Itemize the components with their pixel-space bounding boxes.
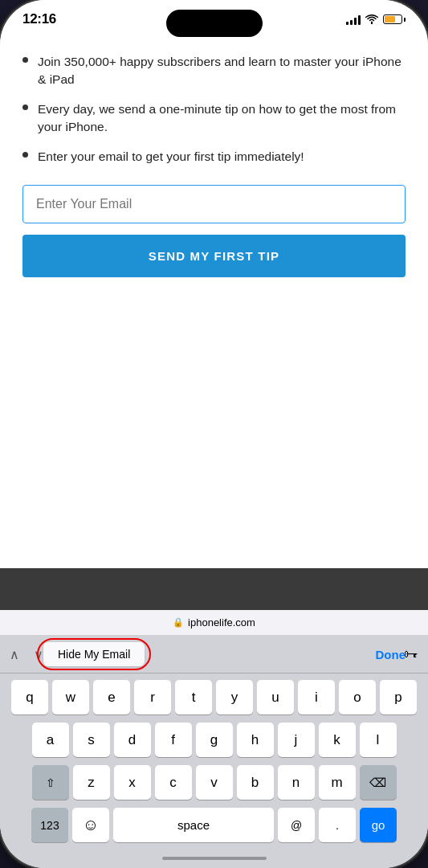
suggestion-bar: ∧ ∨ Hide My Email 🗝 Done	[0, 636, 428, 674]
home-indicator	[162, 857, 267, 860]
go-key[interactable]: go	[360, 808, 397, 842]
key-g[interactable]: g	[196, 723, 233, 757]
key-d[interactable]: d	[114, 723, 151, 757]
bullet-dot-1	[22, 57, 28, 63]
bullet-list: Join 350,000+ happy subscribers and lear…	[22, 53, 406, 166]
signal-bars-icon	[346, 14, 361, 25]
keyboard-row-4: 123 ☺ space @ . go	[3, 808, 425, 842]
key-n[interactable]: n	[278, 765, 315, 800]
bullet-item-1: Join 350,000+ happy subscribers and lear…	[22, 53, 406, 89]
backspace-key[interactable]: ⌫	[360, 765, 397, 800]
send-tip-button[interactable]: SEND MY FIRST TIP	[22, 235, 406, 277]
wifi-icon	[365, 14, 378, 24]
phone-frame: 12:16	[0, 0, 428, 868]
hide-my-email-button[interactable]: Hide My Email	[43, 642, 145, 666]
shift-key[interactable]: ⇧	[32, 765, 69, 800]
emoji-key[interactable]: ☺	[72, 808, 109, 842]
key-e[interactable]: e	[93, 680, 130, 714]
key-u[interactable]: u	[257, 680, 294, 714]
key-w[interactable]: w	[52, 680, 89, 714]
bottom-bar	[0, 854, 428, 868]
key-j[interactable]: j	[278, 723, 315, 757]
key-icon: 🗝	[404, 646, 418, 663]
email-input[interactable]	[22, 185, 406, 223]
key-m[interactable]: m	[319, 765, 356, 800]
bullet-item-3: Enter your email to get your first tip i…	[22, 148, 406, 166]
keyboard: q w e r t y u i o p a s d f g h j k	[0, 674, 428, 854]
done-button[interactable]: Done	[376, 648, 406, 661]
key-t[interactable]: t	[175, 680, 212, 714]
key-o[interactable]: o	[339, 680, 376, 714]
dynamic-island	[166, 10, 263, 37]
browser-toolbar: 🔒 iphonelife.com	[0, 610, 428, 636]
key-s[interactable]: s	[73, 723, 110, 757]
dot-key[interactable]: .	[319, 808, 356, 842]
key-b[interactable]: b	[237, 765, 274, 800]
space-key[interactable]: space	[113, 808, 274, 842]
key-i[interactable]: i	[298, 680, 335, 714]
key-y[interactable]: y	[216, 680, 253, 714]
bullet-dot-2	[22, 104, 28, 110]
key-h[interactable]: h	[237, 723, 274, 757]
status-icons	[346, 14, 406, 25]
keyboard-row-3: ⇧ z x c v b n m ⌫	[3, 765, 425, 800]
browser-url: 🔒 iphonelife.com	[173, 616, 255, 628]
key-a[interactable]: a	[32, 723, 69, 757]
key-l[interactable]: l	[360, 723, 397, 757]
key-x[interactable]: x	[114, 765, 151, 800]
nav-prev-button[interactable]: ∧	[10, 647, 19, 662]
status-time: 12:16	[22, 11, 56, 27]
key-r[interactable]: r	[134, 680, 171, 714]
web-content: Join 350,000+ happy subscribers and lear…	[0, 34, 428, 568]
at-key[interactable]: @	[278, 808, 315, 842]
key-v[interactable]: v	[196, 765, 233, 800]
status-bar: 12:16	[0, 0, 428, 34]
key-k[interactable]: k	[319, 723, 356, 757]
dark-overlay	[0, 568, 428, 610]
key-f[interactable]: f	[155, 723, 192, 757]
suggestion-row: Hide My Email 🗝 Done	[43, 642, 418, 666]
battery-icon	[383, 14, 406, 24]
key-p[interactable]: p	[380, 680, 417, 714]
keyboard-row-2: a s d f g h j k l	[3, 723, 425, 757]
sym-key[interactable]: 123	[31, 808, 68, 842]
bullet-dot-3	[22, 152, 28, 158]
key-q[interactable]: q	[11, 680, 48, 714]
key-c[interactable]: c	[155, 765, 192, 800]
keyboard-row-1: q w e r t y u i o p	[3, 680, 425, 714]
key-z[interactable]: z	[73, 765, 110, 800]
lock-icon: 🔒	[173, 617, 184, 628]
phone-screen: 12:16	[0, 0, 428, 868]
bullet-item-2: Every day, we send a one-minute tip on h…	[22, 100, 406, 137]
url-text: iphonelife.com	[188, 616, 255, 628]
